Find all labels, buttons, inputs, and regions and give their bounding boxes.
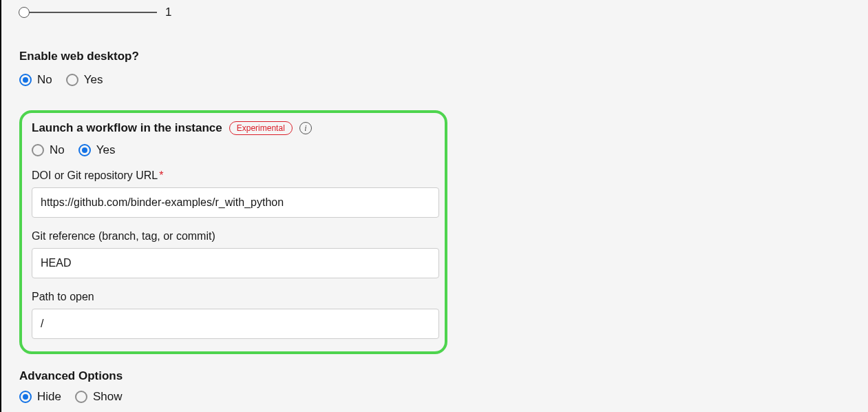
radio-checked-icon xyxy=(78,144,91,156)
experimental-badge: Experimental xyxy=(229,121,293,135)
doi-label: DOI or Git repository URL* xyxy=(32,169,435,182)
workflow-yes-radio[interactable]: Yes xyxy=(78,143,116,157)
radio-label: Hide xyxy=(37,390,61,404)
slider-thumb[interactable] xyxy=(19,7,30,18)
radio-unchecked-icon xyxy=(75,391,87,403)
radio-label: No xyxy=(37,73,52,87)
doi-input[interactable] xyxy=(32,187,439,218)
path-label: Path to open xyxy=(32,291,435,303)
slider-value: 1 xyxy=(165,6,171,19)
workflow-title: Launch a workflow in the instance xyxy=(32,121,222,135)
workflow-panel: Launch a workflow in the instance Experi… xyxy=(19,110,447,354)
advanced-radio-group: Hide Show xyxy=(19,390,868,404)
radio-unchecked-icon xyxy=(66,74,78,86)
required-asterisk: * xyxy=(159,169,163,181)
gitref-label: Git reference (branch, tag, or commit) xyxy=(32,230,435,243)
radio-label: Yes xyxy=(96,143,116,157)
info-icon[interactable]: i xyxy=(299,122,312,134)
advanced-hide-radio[interactable]: Hide xyxy=(19,390,61,404)
radio-checked-icon xyxy=(19,74,32,86)
slider-row: 1 xyxy=(19,6,868,19)
radio-label: Show xyxy=(93,390,123,404)
radio-unchecked-icon xyxy=(32,144,44,156)
radio-label: Yes xyxy=(84,73,103,87)
radio-label: No xyxy=(50,143,65,157)
workflow-no-radio[interactable]: No xyxy=(32,143,65,157)
advanced-show-radio[interactable]: Show xyxy=(75,390,123,404)
web-desktop-yes-radio[interactable]: Yes xyxy=(66,73,103,87)
web-desktop-no-radio[interactable]: No xyxy=(19,73,52,87)
advanced-options-title: Advanced Options xyxy=(19,369,868,383)
slider-track[interactable] xyxy=(19,12,157,13)
path-input[interactable] xyxy=(32,309,439,339)
radio-checked-icon xyxy=(19,391,32,403)
web-desktop-question: Enable web desktop? xyxy=(19,50,868,63)
gitref-input[interactable] xyxy=(32,248,439,278)
web-desktop-radio-group: No Yes xyxy=(19,73,868,87)
workflow-radio-group: No Yes xyxy=(32,143,435,157)
